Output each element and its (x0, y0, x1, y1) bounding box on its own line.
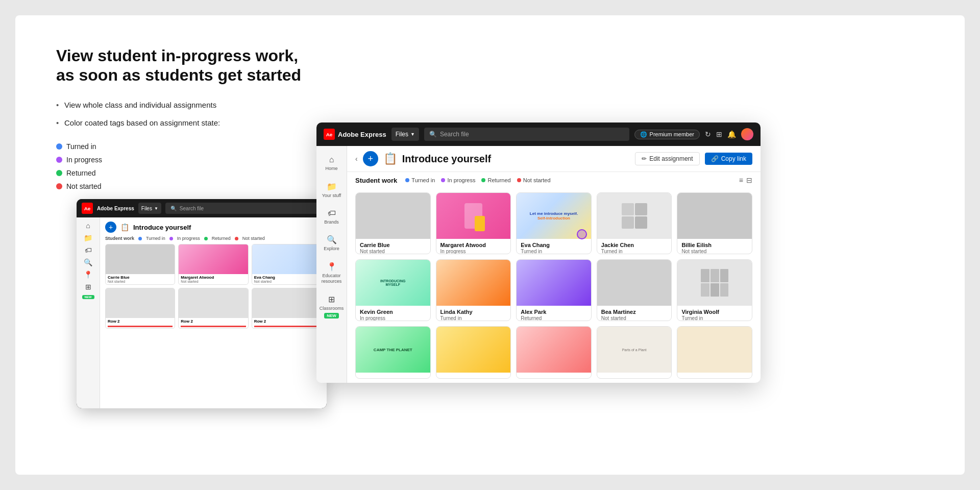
ae-plus-button[interactable]: + (363, 151, 378, 166)
student-card-alex-park[interactable]: Alex Park Returned (516, 259, 592, 321)
ae-fg-sidebar: ⌂ Home 📁 Your stuff 🏷 Brands 🔍 Explore 📍 (316, 146, 347, 383)
student-name-virginia-woolf: Virginia Woolf (681, 309, 748, 315)
student-status-linda-kathy: Turned in (440, 315, 507, 321)
ae-bg-logo-text: Adobe Express (97, 206, 134, 211)
ae-bg-body: ⌂ 📁 🏷 🔍 📍 ⊞ NEW + 📋 Introduce yourself S… (77, 217, 327, 408)
ae-edit-assignment-button[interactable]: ✏ Edit assignment (635, 152, 699, 165)
student-card-eva-chang[interactable]: Let me introduce myself.Self-Introductio… (516, 192, 592, 254)
ae-bg-card-3[interactable]: Row 2 (105, 288, 175, 329)
student-card-carrie-blue[interactable]: Carrie Blue Not started (355, 192, 431, 254)
student-card-row3-3[interactable] (516, 326, 592, 379)
ae-bg-sidebar: ⌂ 📁 🏷 🔍 📍 ⊞ NEW (77, 217, 100, 408)
student-card-jackie-chen[interactable]: Jackie Chen Turned in (597, 192, 672, 254)
student-card-virginia-woolf[interactable]: Virginia Woolf Turned in (677, 259, 752, 321)
student-card-billie-eilish[interactable]: Billie Eilish Not started (677, 192, 752, 254)
ae-fg-bell-icon[interactable]: 🔔 (727, 130, 736, 138)
ae-back-button[interactable]: ‹ (355, 155, 358, 163)
ae-bg-logo-icon: Ae (82, 203, 93, 214)
cursor-indicator (577, 229, 587, 239)
ae-bg-sidebar-brands-icon[interactable]: 🏷 (85, 246, 92, 254)
ae-bg-plus-btn[interactable]: + (105, 222, 116, 233)
ae-sort-list-icon[interactable]: ≡ (739, 176, 743, 184)
student-name-bea-martinez: Bea Martinez (601, 309, 668, 315)
ae-bg-title: Introduce yourself (133, 224, 191, 231)
ae-fg-premium-icon: 🌐 (640, 131, 647, 138)
ae-bg-status-1: Not started (181, 280, 246, 283)
status-not-started: Not started (56, 182, 322, 190)
dot-not-started (56, 183, 62, 189)
ae-fg-files-dropdown[interactable]: Files ▼ (391, 128, 419, 141)
ae-bg-student-grid-2: Row 2 Row 2 Row 2 (105, 288, 322, 329)
ae-fg-search[interactable]: 🔍 Search file (424, 128, 629, 141)
ae-fg-avatar[interactable] (741, 128, 753, 140)
student-card-row3-5[interactable] (677, 326, 752, 379)
sidebar-yourstuff-label: Your stuff (322, 193, 341, 199)
sidebar-item-brands[interactable]: 🏷 Brands (318, 205, 345, 229)
ae-sort-grid-icon[interactable]: ⊟ (746, 176, 752, 184)
ae-bg-card-5[interactable]: Row 2 (252, 288, 322, 329)
ae-bg-search[interactable]: 🔍 Search file (165, 203, 322, 214)
ae-bg-status-2: Not started (254, 280, 319, 283)
student-thumb-carrie-blue (356, 193, 430, 239)
dot-turned-in (56, 143, 62, 150)
student-card-row3-1[interactable]: CAMP THE PLANET (355, 326, 431, 379)
sidebar-item-explore[interactable]: 🔍 Explore (318, 231, 345, 256)
ae-label-turned-in: Turned in (411, 177, 435, 183)
ae-dot-not-started (517, 178, 521, 182)
ae-fg-logo-icon: Ae (324, 129, 335, 140)
student-card-row3-4[interactable]: Parts of a Plant (597, 326, 672, 379)
student-info-bea-martinez: Bea Martinez Not started (597, 306, 672, 321)
svg-text:Ae: Ae (326, 132, 333, 137)
ae-bg-name-0: Carrie Blue (108, 275, 173, 280)
ae-fg-grid-icon[interactable]: ⊞ (716, 130, 722, 138)
label-not-started: Not started (66, 182, 101, 190)
ae-bg-card-4[interactable]: Row 2 (178, 288, 248, 329)
ae-bg-dropdown[interactable]: Files ▼ (138, 203, 161, 214)
student-thumb-bea-martinez (597, 260, 672, 306)
sidebar-item-educator[interactable]: 📍 Educator resources (318, 258, 345, 288)
ae-fg-refresh-icon[interactable]: ↻ (705, 130, 711, 138)
ae-fg-logo: Ae Adobe Express (324, 129, 386, 140)
student-name-jackie-chen: Jackie Chen (601, 242, 668, 248)
student-info-alex-park: Alex Park Returned (517, 306, 591, 321)
ae-fg-dropdown-chevron: ▼ (410, 132, 415, 137)
student-thumb-kevin-green: INTRODUCINGMYSELF (356, 260, 430, 306)
bullet-2: Color coated tags based on assignment st… (56, 117, 322, 128)
ae-bg-sidebar-classrooms-icon[interactable]: ⊞ (85, 283, 91, 291)
student-thumb-row3-2 (436, 327, 511, 373)
student-thumb-billie-eilish (677, 193, 752, 239)
student-thumb-margaret-atwood (436, 193, 511, 239)
ae-bg-dot-returned (204, 237, 208, 240)
brands-icon: 🏷 (328, 209, 336, 218)
sidebar-item-yourstuff[interactable]: 📁 Your stuff (318, 178, 345, 203)
student-card-kevin-green[interactable]: INTRODUCINGMYSELF Kevin Green In progres… (355, 259, 431, 321)
sidebar-item-home[interactable]: ⌂ Home (318, 151, 345, 176)
ae-status-indicators: Turned in In progress Returned Not (405, 177, 730, 183)
student-status-alex-park: Returned (521, 315, 587, 321)
ae-assignment-title: Introduce yourself (402, 153, 630, 165)
student-name-linda-kathy: Linda Kathy (440, 309, 507, 315)
student-thumb-virginia-woolf (677, 260, 752, 306)
ae-bg-sidebar-stuff-icon[interactable]: 📁 (84, 234, 92, 242)
ae-bg-card-2[interactable]: Eva Chang Not started (252, 244, 322, 285)
student-info-billie-eilish: Billie Eilish Not started (677, 239, 752, 254)
student-card-linda-kathy[interactable]: Linda Kathy Turned in (436, 259, 511, 321)
student-card-bea-martinez[interactable]: Bea Martinez Not started (597, 259, 672, 321)
student-card-row3-2[interactable] (436, 326, 511, 379)
ae-bg-name-4: Row 2 (181, 319, 246, 324)
dot-returned (56, 170, 62, 176)
ae-bg-sidebar-explore-icon[interactable]: 🔍 (84, 258, 92, 266)
ae-label-in-progress: In progress (447, 177, 475, 183)
ae-status-in-progress: In progress (441, 177, 475, 183)
ae-bg-card-0[interactable]: Carrie Blue Not started (105, 244, 175, 285)
sidebar-item-classrooms[interactable]: ⊞ Classrooms NEW (318, 290, 345, 323)
student-name-billie-eilish: Billie Eilish (681, 242, 748, 248)
ae-bg-sidebar-educator-icon[interactable]: 📍 (84, 271, 92, 279)
ae-bg-card-1[interactable]: Margaret Atwood Not started (178, 244, 248, 285)
ae-fg-header-right: 🌐 Premium member ↻ ⊞ 🔔 (634, 128, 753, 140)
ae-assignment-emoji: 📋 (383, 152, 397, 165)
ae-bg-sidebar-home-icon[interactable]: ⌂ (86, 222, 90, 230)
ae-copy-link-button[interactable]: 🔗 Copy link (705, 153, 752, 165)
student-card-margaret-atwood[interactable]: Margaret Atwood In progress (436, 192, 511, 254)
student-info-eva-chang: Eva Chang Turned in (517, 239, 591, 254)
